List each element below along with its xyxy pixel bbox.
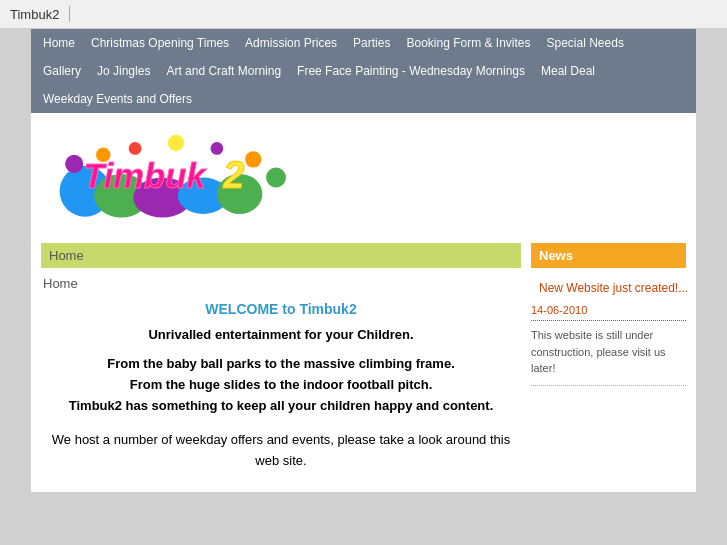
svg-text:Timbuk: Timbuk xyxy=(83,157,207,195)
nav-item[interactable]: Parties xyxy=(345,31,398,55)
logo-image: Timbuk 2 xyxy=(51,123,301,223)
browser-bar: Timbuk2 xyxy=(0,0,727,29)
nav-item[interactable]: Meal Deal xyxy=(533,59,603,83)
footer-text: We host a number of weekday offers and e… xyxy=(41,430,521,472)
nav-item[interactable]: Christmas Opening Times xyxy=(83,31,237,55)
page-wrapper: HomeChristmas Opening TimesAdmission Pri… xyxy=(31,29,696,492)
main-body-text: From the baby ball parks to the massive … xyxy=(41,354,521,416)
nav-item[interactable]: Booking Form & Invites xyxy=(398,31,538,55)
tab-title: Timbuk2 xyxy=(10,7,59,22)
svg-text:2: 2 xyxy=(222,153,244,196)
content-wrapper: Home Home WELCOME to Timbuk2 Unrivalled … xyxy=(31,243,696,492)
svg-point-8 xyxy=(168,135,184,151)
news-header: News xyxy=(531,243,686,268)
nav-row-2: GalleryJo JinglesArt and Craft MorningFr… xyxy=(31,57,696,85)
nav-item[interactable]: Weekday Events and Offers xyxy=(35,87,200,111)
welcome-title: WELCOME to Timbuk2 xyxy=(41,301,521,317)
news-link[interactable]: New Website just created!... xyxy=(531,276,686,300)
breadcrumb-bar: Home xyxy=(41,243,521,268)
nav-row-3: Weekday Events and Offers xyxy=(31,85,696,113)
svg-point-5 xyxy=(65,155,83,173)
nav-item[interactable]: Home xyxy=(35,31,83,55)
nav-item[interactable]: Free Face Painting - Wednesday Mornings xyxy=(289,59,533,83)
news-body: This website is still under construction… xyxy=(531,327,686,386)
sidebar: News New Website just created!... 14-06-… xyxy=(531,243,686,472)
breadcrumb-label: Home xyxy=(49,248,84,263)
navbar: HomeChristmas Opening TimesAdmission Pri… xyxy=(31,29,696,113)
svg-point-7 xyxy=(129,142,142,155)
svg-point-9 xyxy=(211,142,224,155)
nav-row-1: HomeChristmas Opening TimesAdmission Pri… xyxy=(31,29,696,57)
logo-area: Timbuk 2 xyxy=(31,113,696,243)
svg-point-10 xyxy=(245,151,261,167)
tab-divider xyxy=(69,6,70,22)
svg-point-11 xyxy=(266,168,286,188)
nav-item[interactable]: Jo Jingles xyxy=(89,59,158,83)
breadcrumb-home: Home xyxy=(41,276,521,291)
nav-item[interactable]: Gallery xyxy=(35,59,89,83)
nav-item[interactable]: Art and Craft Morning xyxy=(158,59,289,83)
nav-item[interactable]: Admission Prices xyxy=(237,31,345,55)
nav-item[interactable]: Special Needs xyxy=(539,31,632,55)
tagline: Unrivalled entertainment for your Childr… xyxy=(41,327,521,342)
main-content: Home Home WELCOME to Timbuk2 Unrivalled … xyxy=(41,243,521,472)
news-date: 14-06-2010 xyxy=(531,304,686,321)
